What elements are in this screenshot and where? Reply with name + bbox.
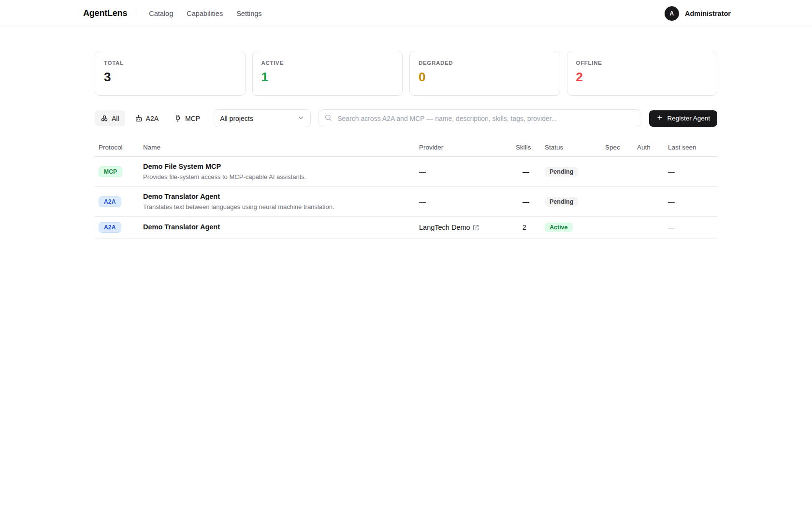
avatar[interactable]: A	[665, 6, 679, 21]
last-seen-cell: —	[668, 198, 717, 206]
stat-card-total: TOTAL 3	[95, 51, 246, 96]
stat-value: 0	[419, 71, 551, 83]
nav-item-capabilities[interactable]: Capabilities	[187, 10, 223, 17]
stat-label: ACTIVE	[261, 60, 394, 66]
status-badge: Pending	[545, 167, 578, 177]
protocol-filter-tabs: All A2A MCP	[95, 110, 206, 126]
stat-value: 3	[104, 71, 236, 83]
main-content: TOTAL 3 ACTIVE 1 DEGRADED 0 OFFLINE 2 Al	[95, 27, 717, 239]
col-spec: Spec	[605, 144, 637, 151]
tab-mcp[interactable]: MCP	[168, 110, 206, 126]
stat-card-degraded: DEGRADED 0	[409, 51, 560, 96]
last-seen-cell: —	[668, 168, 717, 176]
nav-item-settings[interactable]: Settings	[236, 10, 261, 17]
stat-label: OFFLINE	[576, 60, 709, 66]
provider-empty: —	[419, 198, 426, 206]
table-header-row: Protocol Name Provider Skills Status Spe…	[95, 140, 717, 157]
agent-description: Provides file-system access to MCP-capab…	[143, 173, 419, 181]
search-icon	[324, 114, 332, 123]
bot-icon	[135, 115, 143, 122]
col-status: Status	[545, 144, 605, 151]
agents-table: Protocol Name Provider Skills Status Spe…	[95, 140, 717, 239]
col-protocol: Protocol	[95, 144, 143, 151]
external-link-icon	[473, 224, 479, 231]
skills-count: 2	[516, 224, 545, 231]
col-skills: Skills	[516, 144, 545, 151]
nav-item-catalog[interactable]: Catalog	[149, 10, 173, 17]
provider-external-link[interactable]: LangTech Demo	[419, 224, 479, 231]
agent-name-link[interactable]: Demo File System MCP	[143, 162, 419, 172]
nav-divider	[138, 8, 138, 19]
plug-icon	[174, 115, 182, 122]
tab-mcp-label: MCP	[185, 115, 200, 122]
plus-icon	[656, 114, 663, 122]
table-body: MCPDemo File System MCPProvides file-sys…	[95, 157, 717, 239]
table-row[interactable]: A2ADemo Translator AgentLangTech Demo2Ac…	[95, 217, 717, 239]
filter-toolbar: All A2A MCP All projects	[95, 109, 717, 127]
protocol-badge: MCP	[99, 166, 122, 177]
stat-card-offline: OFFLINE 2	[567, 51, 718, 96]
col-name: Name	[143, 144, 419, 151]
col-last-seen: Last seen	[668, 144, 717, 151]
tab-all-label: All	[112, 115, 119, 122]
search-input[interactable]	[319, 109, 641, 127]
agent-name-link[interactable]: Demo Translator Agent	[143, 192, 419, 202]
register-agent-button[interactable]: Register Agent	[649, 110, 717, 127]
stat-value: 2	[576, 71, 709, 83]
col-auth: Auth	[637, 144, 668, 151]
chevron-down-icon	[297, 114, 304, 123]
tab-a2a-label: A2A	[146, 115, 159, 122]
top-bar: AgentLens Catalog Capabilities Settings …	[0, 0, 812, 27]
stats-cards: TOTAL 3 ACTIVE 1 DEGRADED 0 OFFLINE 2	[95, 51, 717, 96]
project-select[interactable]: All projects	[214, 109, 311, 127]
project-select-value: All projects	[220, 115, 253, 122]
protocol-badge: A2A	[99, 196, 121, 207]
brand-logo[interactable]: AgentLens	[83, 8, 127, 18]
user-menu[interactable]: A Administrator	[665, 6, 731, 21]
stat-value: 1	[261, 71, 394, 83]
register-agent-label: Register Agent	[667, 115, 710, 122]
provider-empty: —	[419, 168, 426, 176]
tab-a2a[interactable]: A2A	[129, 110, 164, 126]
main-nav: Catalog Capabilities Settings	[149, 10, 261, 17]
tab-all[interactable]: All	[95, 110, 125, 126]
provider-name: LangTech Demo	[419, 224, 470, 231]
table-row[interactable]: MCPDemo File System MCPProvides file-sys…	[95, 157, 717, 187]
protocol-badge: A2A	[99, 222, 121, 233]
status-badge: Active	[545, 223, 573, 232]
col-provider: Provider	[419, 144, 516, 151]
status-badge: Pending	[545, 197, 578, 207]
stat-label: TOTAL	[104, 60, 236, 66]
stat-label: DEGRADED	[419, 60, 551, 66]
search-container	[319, 109, 641, 127]
stat-card-active: ACTIVE 1	[252, 51, 403, 96]
skills-count: —	[516, 168, 545, 176]
table-row[interactable]: A2ADemo Translator AgentTranslates text …	[95, 187, 717, 217]
agent-name-link[interactable]: Demo Translator Agent	[143, 223, 419, 232]
agent-description: Translates text between languages using …	[143, 203, 419, 211]
last-seen-cell: —	[668, 224, 717, 231]
username-label: Administrator	[685, 10, 731, 17]
shapes-icon	[101, 115, 108, 122]
skills-count: —	[516, 198, 545, 206]
